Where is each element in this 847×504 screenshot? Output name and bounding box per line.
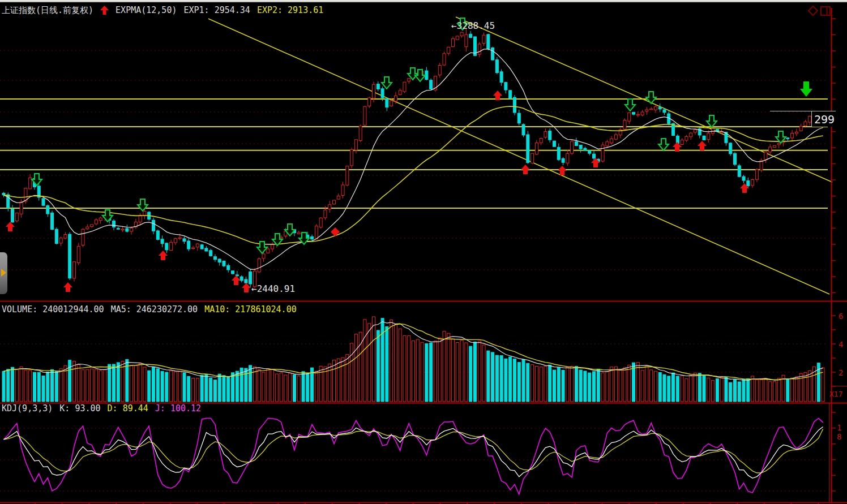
kdj-axis-label-100: 1 (837, 423, 841, 432)
symbol-title: 上证指数(日线.前复权) (2, 5, 93, 15)
volume-scale-multiplier: X17 (829, 390, 842, 398)
up-arrow-icon (100, 6, 109, 15)
volume-value: VOLUME: 240012944.00 (2, 304, 104, 315)
chart-canvas[interactable] (0, 0, 847, 504)
main-chart-header: 上证指数(日线.前复权) EXPMA(12,50) EXP1: 2954.34 … (2, 5, 323, 15)
trading-app-window: 上证指数(日线.前复权) EXPMA(12,50) EXP1: 2954.34 … (0, 0, 847, 504)
volume-axis-label-2: 2 (839, 368, 843, 377)
low-price-label: ←2440.91 (251, 283, 295, 294)
kdj-d-value: D: 89.44 (108, 403, 148, 413)
indicator-name: EXPMA(12,50) (116, 5, 177, 15)
kdj-j-value: J: 100.12 (155, 403, 201, 413)
signal-markers-layer (6, 18, 812, 292)
volume-ma10-value: MA10: 217861024.00 (204, 304, 297, 315)
kdj-k-value: K: 93.00 (59, 403, 100, 413)
panel-expand-handle[interactable] (0, 252, 7, 294)
expand-arrow-icon (1, 269, 6, 277)
exp2-value: EXP2: 2913.61 (257, 5, 323, 15)
volume-ma5-value: MA5: 246230272.00 (111, 304, 198, 315)
volume-header: VOLUME: 240012944.00 MA5: 246230272.00 M… (2, 304, 297, 315)
kdj-header: KDJ(9,3,3) K: 93.00 D: 89.44 J: 100.12 (2, 403, 201, 413)
exp1-value: EXP1: 2954.34 (183, 5, 250, 15)
kdj-name: KDJ(9,3,3) (2, 403, 53, 413)
peak-price-label: ←3288.45 (451, 20, 495, 31)
kdj-axis-label-80: 8 (837, 432, 841, 441)
last-price-tag: 299 (811, 111, 836, 127)
window-layout-icon[interactable] (820, 6, 831, 16)
diamond-icon[interactable] (808, 6, 818, 16)
volume-axis-label-6: 6 (839, 312, 843, 321)
volume-axis-label-4: 4 (839, 340, 843, 349)
